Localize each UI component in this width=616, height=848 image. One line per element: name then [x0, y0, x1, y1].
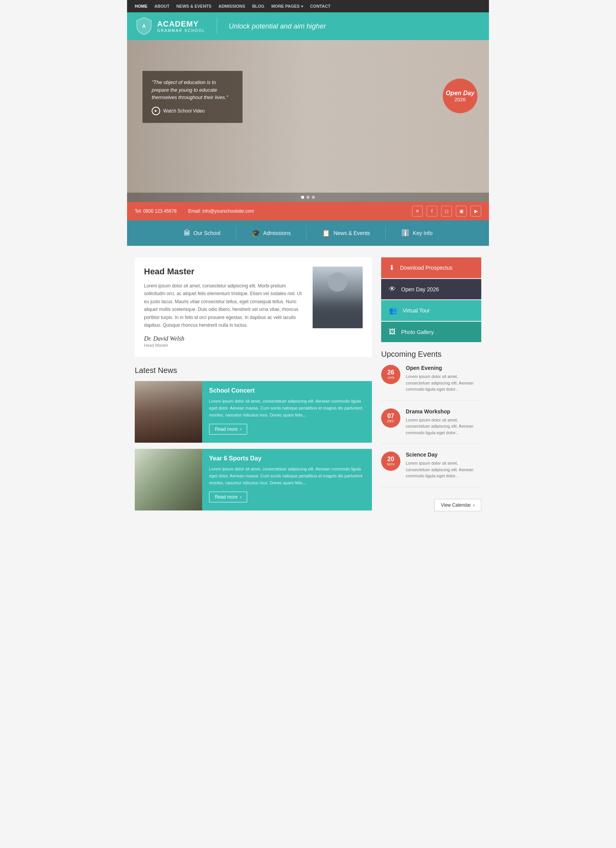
news-item-1: School Concert Lorem ipsum dolor sit ame…	[135, 381, 372, 443]
graduation-icon: 🎓	[252, 229, 260, 237]
email-label: Email:	[188, 208, 201, 214]
nav-news-events[interactable]: NEWS & EVENTS	[176, 4, 211, 8]
news-title-2: Year 6 Sports Day	[209, 455, 365, 462]
main-right-column: ⬇ Download Prospectus 👁 Open Day 2026 👥 …	[381, 257, 481, 517]
nav-more-pages[interactable]: MORE PAGES	[271, 4, 303, 8]
quicknav-ourschool-label: Our School	[194, 230, 221, 236]
event-body-3: Lorem ipsum dolor sit amet, consectetuer…	[406, 460, 481, 479]
info-icon: ℹ️	[401, 229, 410, 237]
chevron-right-icon: ›	[240, 427, 241, 432]
news-readmore-2[interactable]: Read more ›	[209, 492, 247, 502]
building-icon: 🏛	[184, 229, 191, 237]
news-thumb-sports	[135, 449, 202, 510]
svg-text:A: A	[142, 23, 146, 29]
nav-blog[interactable]: BLOG	[252, 4, 264, 8]
news-readmore-1[interactable]: Read more ›	[209, 424, 247, 435]
school-subtitle: GRAMMAR SCHOOL	[157, 29, 205, 33]
slider-dot-1[interactable]	[301, 196, 304, 199]
quicknav-keyinfo[interactable]: ℹ️ Key Info	[386, 226, 448, 240]
event-body-2: Lorem ipsum dolor sit amet, consectetuer…	[406, 417, 481, 436]
email-value: info@yourschoolsite.com	[202, 208, 254, 214]
download-icon: ⬇	[389, 264, 395, 272]
news-title-1: School Concert	[209, 387, 365, 394]
welcome-title: Head Master	[144, 267, 305, 277]
welcome-body: Lorem ipsum dolor sit amet, consectetur …	[144, 282, 305, 329]
event-info-3: Science Day Lorem ipsum dolor sit amet, …	[406, 452, 481, 479]
headmaster-title: Head Master	[144, 343, 305, 348]
open-day-title: Open Day	[446, 90, 475, 97]
event-title-2: Drama Workshop	[406, 408, 481, 415]
open-day-label: Open Day 2026	[401, 286, 439, 292]
welcome-card: Head Master Lorem ipsum dolor sit amet, …	[135, 257, 372, 357]
news-content-2: Year 6 Sports Day Lorem ipsum dolor sit …	[202, 449, 372, 510]
event-item-1: 26 JAN Open Evening Lorem ipsum dolor si…	[381, 365, 481, 401]
eye-icon: 👁	[389, 285, 396, 293]
hero-section: "The object of education is to prepare t…	[127, 40, 489, 202]
open-day-badge[interactable]: Open Day 2026	[443, 79, 477, 113]
nav-admissions[interactable]: ADMISSIONS	[218, 4, 245, 8]
quicknav-admissions[interactable]: 🎓 Admissions	[236, 226, 307, 240]
rss-icon[interactable]: ▣	[456, 206, 467, 217]
event-info-2: Drama Workshop Lorem ipsum dolor sit ame…	[406, 408, 481, 436]
virtual-tour-label: Virtual Tour	[403, 307, 430, 314]
chevron-right-calendar-icon: ›	[473, 502, 475, 508]
event-title-3: Science Day	[406, 452, 481, 458]
news-body-1: Lorem ipsum dolor sit amet, consectetuer…	[209, 398, 365, 418]
email-info: Email: info@yourschoolsite.com	[188, 208, 254, 214]
event-day-1: 26	[387, 369, 394, 376]
event-month-3: NOV	[387, 462, 395, 466]
event-item-2: 07 DEC Drama Workshop Lorem ipsum dolor …	[381, 408, 481, 444]
quicknav-newsevents-label: News & Events	[333, 230, 370, 236]
watch-video-button[interactable]: ▶ Watch School Video	[152, 107, 233, 115]
instagram-icon[interactable]: ◻	[441, 206, 452, 217]
tel-label: Tel:	[135, 208, 142, 214]
play-icon: ▶	[152, 107, 160, 115]
view-calendar-button[interactable]: View Calendar ›	[434, 499, 481, 511]
quicknav-newsevents[interactable]: 📋 News & Events	[306, 226, 386, 240]
nav-contact[interactable]: CONTACT	[310, 4, 330, 8]
news-item-2: Year 6 Sports Day Lorem ipsum dolor sit …	[135, 449, 372, 510]
news-body-2: Lorem ipsum dolor sit amet, consectetuer…	[209, 466, 365, 486]
event-month-1: JAN	[387, 376, 394, 380]
contact-info: Tel: 0800 123 45678 Email: info@yourscho…	[135, 208, 254, 214]
hero-quote-box: "The object of education is to prepare t…	[142, 71, 243, 123]
news-thumb-concert	[135, 381, 202, 443]
quicknav-keyinfo-label: Key Info	[413, 230, 432, 236]
nav-home[interactable]: HOME	[135, 4, 147, 8]
headmaster-name: Dr. David Welsh	[144, 335, 305, 342]
download-prospectus-button[interactable]: ⬇ Download Prospectus	[381, 257, 481, 278]
virtual-tour-button[interactable]: 👥 Virtual Tour	[381, 300, 481, 321]
youtube-icon[interactable]: ▶	[470, 206, 481, 217]
quicknav-admissions-label: Admissions	[263, 230, 291, 236]
binoculars-icon: 👥	[389, 306, 397, 315]
event-date-1: 26 JAN	[381, 365, 400, 384]
headmaster-photo	[313, 267, 363, 328]
logo[interactable]: A ACADEMY GRAMMAR SCHOOL	[135, 17, 205, 35]
photo-gallery-button[interactable]: 🖼 Photo Gallery	[381, 322, 481, 342]
gallery-icon: 🖼	[389, 328, 396, 336]
facebook-icon[interactable]: f	[427, 206, 437, 217]
news-content-1: School Concert Lorem ipsum dolor sit ame…	[202, 381, 372, 443]
main-left-column: Head Master Lorem ipsum dolor sit amet, …	[135, 257, 372, 517]
tel-value: 0800 123 45678	[143, 208, 177, 214]
slider-dot-3[interactable]	[312, 196, 315, 199]
event-day-3: 20	[387, 456, 394, 462]
tel-info: Tel: 0800 123 45678	[135, 208, 177, 214]
twitter-icon[interactable]: ✕	[412, 206, 423, 217]
open-day-button[interactable]: 👁 Open Day 2026	[381, 279, 481, 299]
top-navigation: HOME ABOUT NEWS & EVENTS ADMISSIONS BLOG…	[127, 0, 489, 12]
view-calendar-label: View Calendar	[441, 502, 471, 508]
school-name: ACADEMY	[157, 20, 205, 29]
nav-about[interactable]: ABOUT	[154, 4, 169, 8]
upcoming-events-section: Upcoming Events 26 JAN Open Evening Lore…	[381, 350, 481, 487]
main-content: Head Master Lorem ipsum dolor sit amet, …	[127, 246, 489, 528]
download-prospectus-label: Download Prospectus	[400, 265, 452, 271]
event-date-3: 20 NOV	[381, 452, 400, 471]
open-day-year: 2026	[455, 97, 466, 102]
header-divider	[217, 18, 217, 34]
quicknav-ourschool[interactable]: 🏛 Our School	[168, 226, 236, 240]
slider-dot-2[interactable]	[306, 196, 310, 199]
header-tagline: Unlock potential and aim higher	[229, 22, 326, 30]
event-month-2: DEC	[387, 419, 394, 423]
event-day-2: 07	[387, 413, 394, 419]
